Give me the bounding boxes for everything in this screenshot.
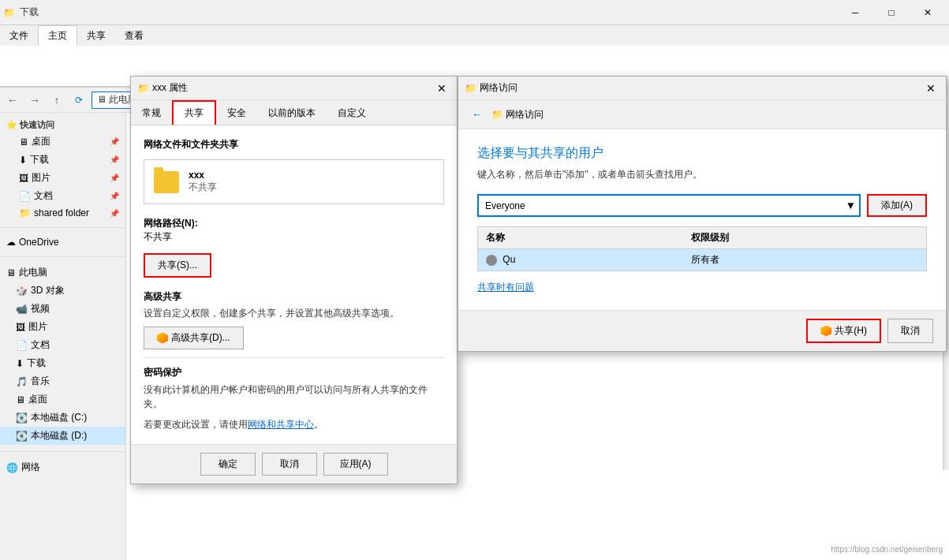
tab-general[interactable]: 常规: [131, 100, 172, 125]
network-access-dialog: 📁 网络访问 ✕ ← 📁 网络访问 选择要与其共享的用户 键入名称，然后单击"添…: [458, 76, 947, 352]
add-user-button[interactable]: 添加(A): [867, 194, 927, 217]
watermark: https://blog.csdn.net/geisenberg: [831, 545, 943, 554]
user-name-input[interactable]: [479, 196, 843, 215]
properties-title: xxx 属性: [152, 81, 433, 95]
network-path: 网络路径(N): 不共享: [144, 217, 444, 244]
share-button[interactable]: 共享(S)...: [144, 253, 211, 278]
share-btn-label: 共享(S)...: [158, 259, 197, 272]
back-button[interactable]: ←: [3, 91, 22, 110]
music-icon: 🎵: [16, 376, 28, 387]
sharing-section-title: 网络文件和文件夹共享: [144, 138, 444, 151]
sidebar-item-pictures1[interactable]: 🖼 图片 📌: [0, 169, 125, 187]
user-avatar-icon: [486, 255, 497, 266]
sidebar-item-diskc[interactable]: 💽 本地磁盘 (C:): [0, 409, 125, 427]
ok-button[interactable]: 确定: [200, 453, 256, 476]
sidebar: ⭐ 快速访问 🖥 桌面 📌 ⬇ 下载 📌 🖼 图片 📌 📄: [0, 113, 126, 560]
col-permission: 权限级别: [683, 227, 926, 249]
advanced-btn-label: 高级共享(D)...: [171, 331, 230, 345]
net-dialog-title: 网络访问: [480, 81, 922, 95]
onedrive-icon: ☁: [6, 237, 16, 248]
advanced-share-button[interactable]: 高级共享(D)...: [144, 327, 244, 349]
user-select-row: ▼ 添加(A): [477, 194, 927, 217]
sidebar-item-downloads1[interactable]: ⬇ 下载 📌: [0, 151, 125, 169]
title-bar-icons: 📁: [3, 7, 15, 18]
tab-customize[interactable]: 自定义: [327, 100, 377, 125]
password-desc: 没有此计算机的用户帐户和密码的用户可以访问与所有人共享的文件夹。: [144, 383, 444, 411]
net-dialog-folder-icon: 📁: [465, 83, 476, 94]
net-dialog-nav: ← 📁 网络访问: [458, 100, 946, 129]
diskc-icon: 💽: [16, 413, 28, 424]
sidebar-item-3dobjects[interactable]: 🎲 3D 对象: [0, 282, 125, 300]
tab-previous-versions[interactable]: 以前的版本: [257, 100, 327, 125]
ribbon-tab-home[interactable]: 主页: [38, 25, 77, 46]
maximize-button[interactable]: □: [873, 1, 910, 24]
user-dropdown-button[interactable]: ▼: [843, 196, 859, 215]
net-dialog-title-bar: 📁 网络访问 ✕: [458, 77, 946, 100]
title-folder-icon: 📁: [3, 7, 15, 18]
folder-status: 不共享: [189, 181, 217, 194]
col-name: 名称: [478, 227, 684, 249]
properties-close-button[interactable]: ✕: [433, 80, 450, 97]
tab-security[interactable]: 安全: [216, 100, 257, 125]
net-dialog-body: 选择要与其共享的用户 键入名称，然后单击"添加"，或者单击箭头查找用户。 ▼ 添…: [458, 129, 946, 310]
sidebar-item-thispc[interactable]: 🖥 此电脑: [0, 263, 125, 282]
sidebar-item-diskd[interactable]: 💽 本地磁盘 (D:): [0, 427, 125, 445]
sidebar-item-documents1[interactable]: 📄 文档 📌: [0, 187, 125, 205]
password-section: 密码保护 没有此计算机的用户帐户和密码的用户可以访问与所有人共享的文件夹。 若要…: [144, 366, 444, 431]
folder-name: xxx: [189, 170, 217, 181]
password-change-desc: 若要更改此设置，请使用网络和共享中心。: [144, 417, 444, 431]
sidebar-item-desktop1[interactable]: 🖥 桌面 📌: [0, 133, 125, 151]
title-text: 下载: [20, 6, 837, 19]
net-dialog-footer: 共享(H) 取消: [458, 310, 946, 351]
tab-sharing[interactable]: 共享: [172, 100, 216, 125]
properties-body: 网络文件和文件夹共享 xxx 不共享 网络路径(N): 不共享 共享(S)...…: [131, 125, 457, 444]
net-title-nav: 📁 网络访问: [491, 108, 544, 121]
net-dialog-desc: 键入名称，然后单击"添加"，或者单击箭头查找用户。: [477, 168, 927, 181]
forward-button[interactable]: →: [25, 91, 44, 110]
properties-tabs: 常规 共享 安全 以前的版本 自定义: [131, 100, 457, 125]
properties-footer: 确定 取消 应用(A): [131, 444, 457, 483]
pictures2-icon: 🖼: [16, 322, 25, 333]
ribbon-tab-view[interactable]: 查看: [115, 25, 153, 46]
network-sharing-link[interactable]: 网络和共享中心: [248, 419, 314, 430]
ribbon-tab-share[interactable]: 共享: [77, 25, 115, 46]
ribbon-tab-file[interactable]: 文件: [0, 25, 38, 46]
table-row[interactable]: Qu 所有者: [478, 249, 927, 271]
sidebar-item-sharedfolder[interactable]: 📁 shared folder 📌: [0, 205, 125, 221]
advanced-desc: 设置自定义权限，创建多个共享，并设置其他高级共享选项。: [144, 307, 444, 320]
sidebar-item-desktop2[interactable]: 🖥 桌面: [0, 390, 125, 409]
sidebar-item-pictures2[interactable]: 🖼 图片: [0, 318, 125, 336]
share-action-button[interactable]: 共享(H): [806, 319, 881, 343]
picture-icon: 🖼: [19, 173, 28, 184]
chevron-down-icon: ▼: [846, 200, 856, 211]
title-controls: ─ □ ✕: [837, 1, 946, 24]
net-dialog-heading: 选择要与其共享的用户: [477, 145, 927, 162]
properties-folder-icon: 📁: [137, 83, 149, 94]
sidebar-item-onedrive[interactable]: ☁ OneDrive: [0, 234, 125, 250]
cancel-button-props[interactable]: 取消: [262, 453, 317, 476]
video-icon: 📹: [16, 304, 28, 315]
sidebar-item-documents2[interactable]: 📄 文档: [0, 336, 125, 354]
properties-title-bar: 📁 xxx 属性 ✕: [131, 77, 457, 100]
downloads2-icon: ⬇: [16, 358, 24, 369]
cancel-button-net[interactable]: 取消: [887, 319, 933, 343]
trouble-sharing-link[interactable]: 共享时有问题: [477, 282, 534, 293]
close-button[interactable]: ✕: [910, 1, 946, 24]
minimize-button[interactable]: ─: [837, 1, 873, 24]
desktop2-icon: 🖥: [16, 394, 25, 405]
up-button[interactable]: ↑: [47, 91, 66, 110]
network-icon: 🌐: [6, 462, 18, 473]
pc-icon: 🖥: [6, 267, 16, 278]
network-path-value: 不共享: [144, 231, 172, 242]
apply-button[interactable]: 应用(A): [323, 453, 388, 476]
net-back-button[interactable]: ←: [468, 105, 487, 124]
folder-icon-large: [154, 171, 179, 193]
properties-dialog: 📁 xxx 属性 ✕ 常规 共享 安全 以前的版本 自定义 网络文件和文件夹共享…: [130, 76, 458, 484]
sidebar-item-network[interactable]: 🌐 网络: [0, 458, 125, 476]
sidebar-item-downloads2[interactable]: ⬇ 下载: [0, 354, 125, 372]
sidebar-item-music[interactable]: 🎵 音乐: [0, 372, 125, 390]
net-dialog-close-button[interactable]: ✕: [922, 80, 940, 97]
refresh-button[interactable]: ⟳: [69, 91, 88, 110]
advanced-title: 高级共享: [144, 290, 444, 304]
sidebar-item-video[interactable]: 📹 视频: [0, 300, 125, 318]
